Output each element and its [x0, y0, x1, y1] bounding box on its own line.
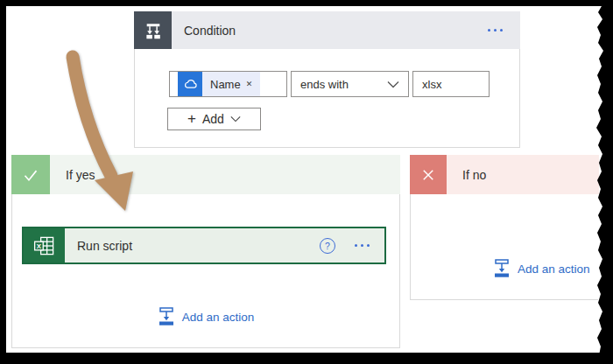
- if-no-title: If no: [462, 168, 486, 182]
- if-no-card: If no Add an action: [410, 155, 598, 300]
- add-action-label: Add an action: [182, 311, 255, 324]
- condition-header[interactable]: Condition: [134, 11, 520, 49]
- operator-value: ends with: [300, 78, 349, 91]
- if-yes-title: If yes: [66, 168, 95, 182]
- dynamic-content-token[interactable]: Name ✕: [178, 72, 260, 96]
- condition-operator-dropdown[interactable]: ends with: [291, 71, 409, 97]
- add-action-link-yes[interactable]: Add an action: [12, 307, 399, 326]
- condition-title: Condition: [184, 24, 236, 38]
- excel-icon: X: [24, 228, 65, 262]
- run-script-body: Run script ?: [65, 228, 384, 262]
- add-button-label: Add: [202, 112, 224, 126]
- remove-token-icon[interactable]: ✕: [246, 80, 261, 88]
- onedrive-cloud-icon: [178, 72, 202, 96]
- insert-action-icon: [158, 307, 175, 326]
- x-mark-icon: [410, 155, 447, 194]
- chevron-down-icon: [230, 116, 241, 122]
- add-action-label: Add an action: [518, 262, 590, 276]
- help-icon[interactable]: ?: [320, 238, 335, 254]
- condition-branch-icon: [134, 11, 172, 49]
- condition-card: Condition Name ✕ en: [134, 11, 520, 148]
- run-script-title: Run script: [77, 239, 132, 253]
- svg-text:X: X: [36, 242, 41, 250]
- run-script-action[interactable]: X Run script ?: [22, 227, 386, 264]
- if-yes-card: If yes X: [11, 155, 400, 348]
- screenshot-frame: Condition Name ✕ en: [0, 0, 613, 364]
- plus-icon: +: [187, 111, 196, 126]
- condition-row: Name ✕ ends with xlsx: [169, 71, 490, 97]
- condition-field-input[interactable]: Name ✕: [169, 71, 287, 97]
- if-yes-header: If yes: [11, 155, 400, 194]
- chevron-down-icon[interactable]: [387, 78, 399, 91]
- checkmark-icon: [11, 155, 50, 194]
- flow-designer-canvas: Condition Name ✕ en: [6, 6, 604, 353]
- value-text: xlsx: [422, 78, 441, 91]
- add-condition-button[interactable]: + Add: [167, 108, 261, 130]
- condition-value-input[interactable]: xlsx: [412, 71, 490, 97]
- ellipsis-icon[interactable]: [484, 25, 506, 35]
- if-no-header: If no: [410, 155, 599, 194]
- token-label: Name: [202, 78, 246, 91]
- insert-action-icon: [493, 259, 511, 278]
- ellipsis-icon[interactable]: [351, 241, 373, 250]
- add-action-link-no[interactable]: Add an action: [493, 259, 590, 278]
